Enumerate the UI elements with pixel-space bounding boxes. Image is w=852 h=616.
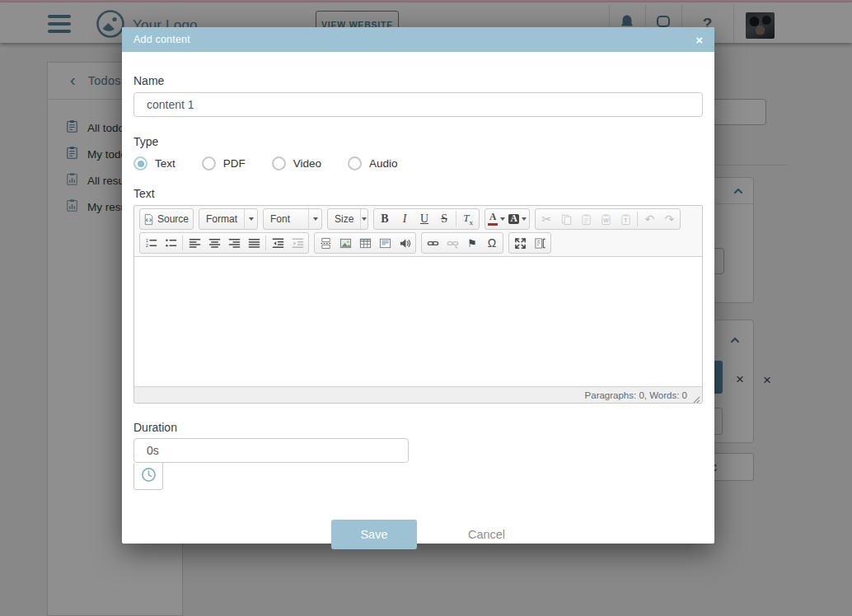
- increase-indent-button: [288, 233, 307, 253]
- show-blocks-button[interactable]: [530, 233, 550, 253]
- link-button[interactable]: [423, 233, 442, 253]
- redo-button: ↷: [659, 209, 679, 229]
- align-right-button[interactable]: [224, 233, 244, 253]
- toolbar-separator: [182, 236, 183, 250]
- save-button[interactable]: Save: [331, 520, 417, 549]
- radio-label: Video: [293, 157, 321, 170]
- duration-timepicker-button[interactable]: [133, 463, 163, 490]
- text-label: Text: [133, 187, 703, 201]
- editor-status-bar: Paragraphs: 0, Words: 0: [134, 386, 702, 403]
- unlink-button: [442, 233, 462, 253]
- type-radio-video[interactable]: Video: [272, 156, 321, 170]
- radio-unselected-icon[interactable]: [348, 156, 362, 170]
- radio-selected-icon[interactable]: [133, 156, 147, 170]
- toolbar-separator: [456, 212, 456, 226]
- align-center-button[interactable]: [204, 233, 224, 253]
- chevron-down-icon: [522, 217, 527, 221]
- numbered-list-button[interactable]: 12: [141, 233, 161, 253]
- clock-icon: [141, 467, 157, 486]
- source-button-label: Source: [157, 213, 190, 225]
- type-radio-group: TextPDFVideoAudio: [133, 156, 703, 171]
- align-left-button[interactable]: [185, 233, 204, 253]
- insert-image-button[interactable]: [335, 233, 355, 253]
- toolbar-separator: [265, 236, 266, 250]
- bold-button[interactable]: B: [375, 209, 395, 229]
- cancel-button[interactable]: Cancel: [468, 528, 505, 541]
- insert-table-button[interactable]: [355, 233, 375, 253]
- size-dropdown[interactable]: Size: [327, 208, 368, 230]
- background-color-button[interactable]: A: [507, 209, 528, 229]
- toolbar-group: [508, 232, 551, 254]
- toolbar-group: BIUSTx: [373, 208, 480, 230]
- format-dropdown[interactable]: Format: [199, 208, 258, 230]
- insert-audio-button[interactable]: [395, 233, 414, 253]
- toolbar-group: 12: [139, 232, 309, 254]
- toolbar-group: ⚑Ω: [421, 232, 503, 254]
- resize-grip-icon[interactable]: [692, 393, 700, 401]
- chevron-down-icon: [360, 209, 367, 229]
- radio-unselected-icon[interactable]: [202, 156, 216, 170]
- modal-footer: Save Cancel: [133, 520, 703, 549]
- chevron-down-icon: [308, 209, 321, 229]
- name-label: Name: [133, 74, 703, 88]
- radio-label: Text: [155, 157, 176, 170]
- type-label: Type: [133, 135, 703, 149]
- svg-text:1: 1: [145, 237, 147, 242]
- underline-button[interactable]: U: [414, 209, 434, 229]
- italic-button[interactable]: I: [395, 209, 414, 229]
- word-count: Paragraphs: 0, Words: 0: [585, 390, 687, 400]
- screen: Your Logo VIEW WEBSITE ? ‹ Todos All: [0, 0, 852, 616]
- source-button[interactable]: Source: [141, 209, 192, 229]
- align-justify-button[interactable]: [244, 233, 264, 253]
- paste-button: [576, 209, 596, 229]
- modal-header: Add content ×: [122, 27, 714, 52]
- svg-text:2: 2: [145, 243, 147, 248]
- toolbar-group: ✂WT↶↷: [535, 208, 681, 230]
- type-radio-text[interactable]: Text: [133, 156, 176, 170]
- undo-button: ↶: [639, 209, 659, 229]
- duration-input[interactable]: [133, 438, 409, 463]
- special-character-button[interactable]: Ω: [482, 233, 502, 253]
- type-radio-pdf[interactable]: PDF: [202, 156, 246, 170]
- paste-from-word-button: W: [596, 209, 616, 229]
- toolbar-group: [314, 232, 416, 254]
- svg-text:T: T: [624, 217, 628, 223]
- radio-label: Audio: [369, 157, 398, 170]
- anchor-button[interactable]: ⚑: [462, 233, 482, 253]
- page-break-button[interactable]: [316, 233, 335, 253]
- type-radio-audio[interactable]: Audio: [348, 156, 398, 170]
- chevron-down-icon: [244, 209, 257, 229]
- size-dropdown-label: Size: [328, 213, 360, 225]
- close-icon[interactable]: ×: [695, 34, 703, 46]
- radio-label: PDF: [223, 157, 246, 170]
- remove-format-button[interactable]: Tx: [458, 209, 478, 229]
- rich-text-editor: SourceFormatFontSizeBIUSTxAA✂WT↶↷ 12⚑Ω P…: [133, 205, 703, 404]
- add-content-modal: Add content × Name Type TextPDFVideoAudi…: [122, 27, 714, 544]
- font-dropdown-label: Font: [264, 213, 308, 225]
- toolbar-separator: [637, 212, 638, 226]
- text-color-button[interactable]: A: [486, 209, 507, 229]
- duration-label: Duration: [133, 421, 703, 435]
- cut-button: ✂: [536, 209, 556, 229]
- modal-title: Add content: [133, 34, 190, 45]
- format-dropdown-label: Format: [199, 213, 244, 225]
- strikethrough-button[interactable]: S: [434, 209, 454, 229]
- copy-button: [556, 209, 576, 229]
- radio-unselected-icon[interactable]: [272, 156, 286, 170]
- toolbar-group: Source: [139, 208, 194, 230]
- modal-body: Name Type TextPDFVideoAudio Text SourceF…: [122, 52, 714, 549]
- editor-toolbar-row-2: 12⚑Ω: [134, 232, 702, 257]
- editor-content-area[interactable]: [134, 257, 702, 386]
- bulleted-list-button[interactable]: [161, 233, 180, 253]
- font-dropdown[interactable]: Font: [263, 208, 322, 230]
- svg-text:W: W: [603, 217, 609, 223]
- name-input[interactable]: [133, 92, 703, 117]
- maximize-button[interactable]: [510, 233, 530, 253]
- insert-embed-button[interactable]: [375, 233, 395, 253]
- editor-toolbar-row-1: SourceFormatFontSizeBIUSTxAA✂WT↶↷: [134, 206, 702, 232]
- decrease-indent-button[interactable]: [268, 233, 288, 253]
- toolbar-group: AA: [485, 208, 530, 230]
- chevron-down-icon: [500, 217, 505, 221]
- paste-as-text-button: T: [616, 209, 635, 229]
